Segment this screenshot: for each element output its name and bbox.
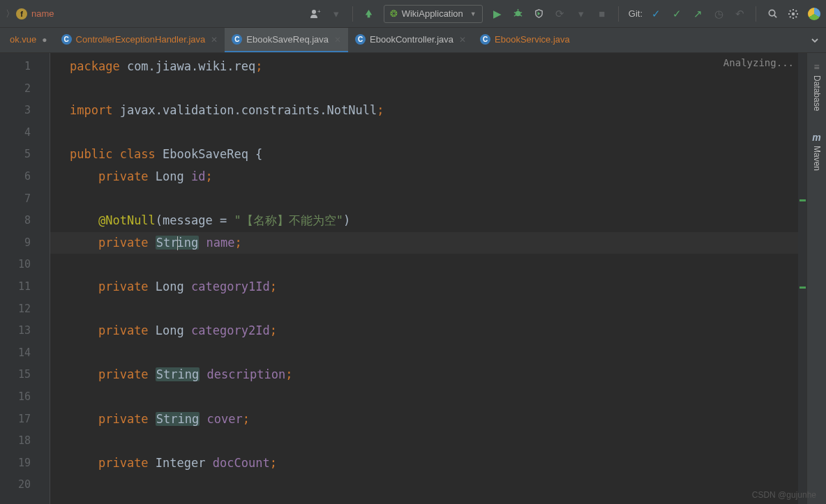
- run-config-label: WikiApplication: [402, 8, 463, 19]
- git-commit-icon[interactable]: ✓: [668, 5, 686, 23]
- class-icon: C: [480, 34, 490, 45]
- tab-label: EbookSaveReq.java: [246, 34, 329, 45]
- editor-tab[interactable]: CControllerExceptionHandler.java✕: [54, 28, 225, 52]
- svg-text:+: +: [317, 8, 321, 15]
- editor-tabs: ok.vue●CControllerExceptionHandler.java✕…: [0, 28, 826, 53]
- svg-line-16: [796, 16, 797, 17]
- tool-window-tab[interactable]: mMaven: [812, 132, 822, 171]
- search-icon[interactable]: [763, 5, 781, 23]
- code-line[interactable]: private String cover;: [50, 408, 806, 431]
- class-icon: C: [61, 34, 72, 45]
- git-rollback-icon[interactable]: ↶: [730, 5, 749, 23]
- watermark: CSDN @gujunhe: [752, 490, 816, 500]
- stop-icon: ■: [593, 5, 611, 23]
- code-line[interactable]: import javax.validation.constraints.NotN…: [50, 100, 806, 122]
- editor-tab[interactable]: CEbookController.java✕: [348, 28, 473, 52]
- tool-icon: m: [812, 132, 820, 143]
- svg-point-8: [769, 10, 774, 15]
- class-icon: C: [232, 34, 242, 45]
- svg-point-10: [792, 12, 795, 15]
- code-line[interactable]: [50, 78, 806, 100]
- code-line[interactable]: [50, 122, 806, 144]
- code-line[interactable]: private Long category2Id;: [50, 320, 806, 342]
- code-line[interactable]: private String description;: [50, 364, 806, 386]
- tool-icon: ≡: [813, 61, 819, 72]
- svg-point-2: [516, 11, 521, 17]
- git-history-icon[interactable]: ◷: [709, 5, 728, 23]
- ide-logo-icon[interactable]: [808, 8, 820, 20]
- class-icon: C: [355, 34, 366, 45]
- breadcrumb-name: name: [31, 8, 54, 19]
- tool-label: Database: [812, 75, 822, 111]
- chevron-down-icon: ▼: [470, 10, 476, 17]
- run-icon[interactable]: ▶: [488, 5, 506, 23]
- close-icon[interactable]: ✕: [334, 35, 341, 45]
- git-push-icon[interactable]: ↗: [689, 5, 707, 23]
- code-line[interactable]: [50, 474, 806, 496]
- code-line[interactable]: [50, 298, 806, 321]
- breadcrumb[interactable]: 〉 f name: [6, 8, 54, 20]
- dropdown-icon: ▾: [572, 5, 590, 23]
- marker-rail[interactable]: [798, 53, 806, 504]
- build-icon[interactable]: [360, 5, 378, 23]
- right-sidebar: ≡DatabasemMaven: [806, 53, 826, 504]
- code-content[interactable]: Analyzing... package com.jiawa.wiki.req;…: [50, 53, 806, 504]
- line-number-gutter: 1234567891011121314151617181920: [0, 53, 43, 504]
- tab-label: ok.vue: [10, 34, 36, 45]
- add-user-icon[interactable]: +: [306, 5, 324, 23]
- dropdown-icon[interactable]: ▾: [327, 5, 345, 23]
- svg-line-9: [774, 15, 776, 17]
- code-line[interactable]: [50, 342, 806, 365]
- git-update-icon[interactable]: ✓: [647, 5, 665, 23]
- close-icon[interactable]: ●: [42, 35, 47, 45]
- run-config-selector[interactable]: ❂ WikiApplication ▼: [384, 5, 483, 23]
- code-line[interactable]: private Long category1Id;: [50, 276, 806, 298]
- editor-tab[interactable]: ok.vue●: [3, 28, 54, 52]
- svg-line-6: [514, 15, 516, 16]
- main-toolbar: 〉 f name + ▾ ❂ WikiApplication ▼ ▶ ⟳ ▾ ■…: [0, 0, 826, 28]
- tabs-dropdown-icon[interactable]: [804, 28, 826, 52]
- tab-label: EbookService.java: [495, 34, 570, 45]
- close-icon[interactable]: ✕: [211, 35, 218, 45]
- spring-icon: ❂: [390, 8, 398, 19]
- settings-icon[interactable]: [784, 5, 802, 23]
- svg-line-15: [790, 10, 791, 12]
- tab-label: ControllerExceptionHandler.java: [76, 34, 206, 45]
- debug-icon[interactable]: [509, 5, 527, 23]
- code-line[interactable]: [50, 188, 806, 211]
- code-line[interactable]: private String name;: [50, 232, 806, 254]
- code-line[interactable]: package com.jiawa.wiki.req;: [50, 56, 806, 78]
- editor-tab[interactable]: CEbookSaveReq.java✕: [225, 28, 348, 52]
- code-line[interactable]: [50, 430, 806, 452]
- svg-line-7: [520, 15, 523, 16]
- code-editor[interactable]: 1234567891011121314151617181920 Analyzin…: [0, 53, 806, 504]
- code-line[interactable]: private Long id;: [50, 166, 806, 188]
- code-line[interactable]: public class EbookSaveReq {: [50, 144, 806, 166]
- svg-point-0: [312, 10, 316, 14]
- svg-line-18: [796, 10, 797, 12]
- editor-tab[interactable]: CEbookService.java: [473, 28, 577, 52]
- chevron-right-icon: 〉: [6, 8, 15, 20]
- field-icon: f: [16, 8, 27, 20]
- git-label: Git:: [629, 8, 643, 19]
- analyzing-status: Analyzing...: [723, 57, 794, 68]
- code-line[interactable]: private Integer docCount;: [50, 452, 806, 475]
- code-line[interactable]: @NotNull(message = "【名称】不能为空"): [50, 210, 806, 232]
- close-icon[interactable]: ✕: [459, 35, 466, 45]
- svg-line-5: [520, 13, 523, 13]
- code-line[interactable]: [50, 254, 806, 276]
- svg-line-4: [514, 13, 516, 13]
- profiler-icon[interactable]: ⟳: [551, 5, 569, 23]
- tab-label: EbookController.java: [370, 34, 453, 45]
- tool-window-tab[interactable]: ≡Database: [812, 61, 822, 111]
- svg-line-17: [790, 16, 791, 17]
- coverage-icon[interactable]: [530, 5, 548, 23]
- code-line[interactable]: [50, 386, 806, 408]
- tool-label: Maven: [812, 146, 822, 171]
